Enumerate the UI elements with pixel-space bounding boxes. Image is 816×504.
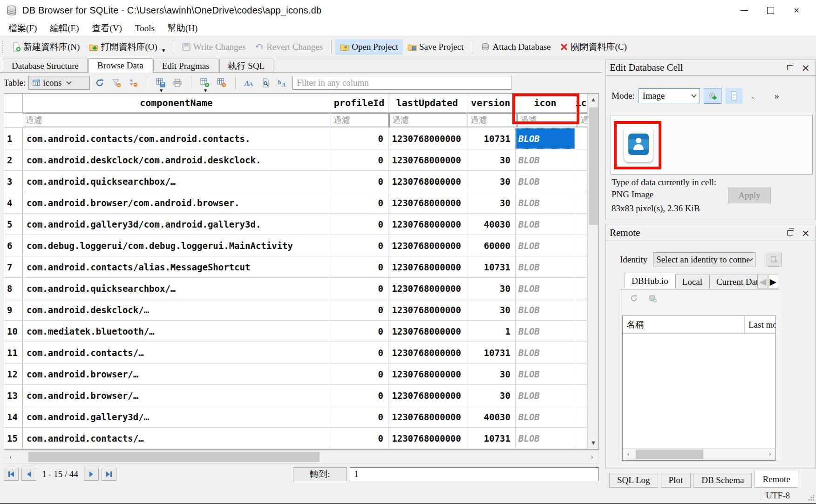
- previous-page-button[interactable]: [21, 468, 36, 481]
- refresh-button[interactable]: [93, 76, 107, 90]
- vertical-scrollbar-thumb[interactable]: [589, 108, 598, 225]
- remote-tab-current-database[interactable]: Current Dat: [709, 275, 758, 289]
- text-mode-button[interactable]: [725, 88, 743, 104]
- scroll-left-icon[interactable]: ‹: [4, 451, 17, 463]
- remote-horizontal-scrollbar[interactable]: ‹ ›: [623, 448, 775, 460]
- scroll-up-icon[interactable]: ▲: [588, 94, 599, 106]
- import-data-button[interactable]: [704, 88, 721, 104]
- cell-partial[interactable]: [575, 385, 587, 406]
- table-row[interactable]: 2com.android.deskclock/com.android.deskc…: [4, 149, 587, 171]
- cell-icon-blob[interactable]: BLOB: [516, 235, 575, 256]
- cell-componentname[interactable]: com.android.browser/…: [23, 363, 330, 385]
- remote-tab-dbhub[interactable]: DBHub.io: [625, 273, 675, 289]
- save-table-button[interactable]: ▼: [154, 76, 168, 90]
- cell-icon-blob[interactable]: BLOB: [516, 214, 575, 235]
- dock-tab-remote[interactable]: Remote: [755, 471, 798, 488]
- minimize-button[interactable]: [731, 1, 757, 20]
- cell-profileid[interactable]: 0: [330, 128, 388, 149]
- cell-componentname[interactable]: com.android.deskclock/…: [23, 299, 330, 321]
- clear-filters-button[interactable]: [109, 76, 123, 90]
- cell-version[interactable]: 1: [466, 321, 516, 342]
- table-row[interactable]: 1com.android.contacts/com.android.contac…: [4, 128, 587, 149]
- cell-icon-blob[interactable]: BLOB: [516, 192, 575, 214]
- maximize-button[interactable]: [757, 1, 783, 20]
- cell-version[interactable]: 30: [466, 299, 516, 321]
- cell-lastupdated[interactable]: 1230768000000: [388, 256, 466, 278]
- save-project-button[interactable]: Save Project: [403, 39, 469, 55]
- next-page-button[interactable]: [84, 468, 99, 481]
- table-row[interactable]: 8com.android.quicksearchbox/…01230768000…: [4, 278, 587, 299]
- attach-database-button[interactable]: Attach Database: [476, 39, 555, 55]
- remote-scrollbar-thumb[interactable]: [636, 450, 703, 459]
- cell-partial[interactable]: [575, 299, 587, 321]
- cell-version[interactable]: 10731: [466, 342, 516, 363]
- cell-partial[interactable]: [575, 128, 587, 149]
- filter-input-version[interactable]: 過濾: [468, 113, 517, 127]
- row-number[interactable]: 7: [4, 256, 23, 278]
- close-button[interactable]: ×: [783, 1, 809, 20]
- filter-input-profileId[interactable]: 過濾: [331, 113, 389, 127]
- word-wrap-button[interactable]: [747, 88, 764, 104]
- cell-version[interactable]: 10731: [466, 428, 516, 449]
- save-table-dropdown-caret[interactable]: ▼: [159, 88, 163, 93]
- menu-tools[interactable]: Tools: [129, 22, 160, 34]
- write-changes-button[interactable]: Write Changes: [177, 39, 251, 55]
- row-number[interactable]: 2: [4, 149, 23, 171]
- text-format-button[interactable]: bA: [276, 76, 290, 90]
- filter-input-componentName[interactable]: 過濾: [23, 113, 330, 127]
- table-row[interactable]: 10com.mediatek.bluetooth/…01230768000000…: [4, 321, 587, 342]
- cell-partial[interactable]: [575, 342, 587, 363]
- cell-componentname[interactable]: com.debug.loggerui/com.debug.loggerui.Ma…: [23, 235, 330, 256]
- cell-componentname[interactable]: com.android.contacts/…: [23, 342, 330, 363]
- encoding-indicator[interactable]: UTF-8: [761, 490, 795, 501]
- dock-tab-plot[interactable]: Plot: [661, 473, 691, 488]
- vertical-scrollbar[interactable]: ▲ ▼: [587, 94, 598, 449]
- tab-scroll-right-icon[interactable]: ▶: [768, 275, 778, 289]
- tab-database-structure[interactable]: Database Structure: [3, 59, 88, 72]
- cell-componentname[interactable]: com.android.gallery3d/com.android.galler…: [23, 214, 330, 235]
- insert-record-button[interactable]: ▼: [198, 76, 212, 90]
- close-database-button[interactable]: 關閉資料庫(C): [555, 38, 631, 56]
- cell-profileid[interactable]: 0: [330, 342, 388, 363]
- table-row[interactable]: 4com.android.browser/com.android.browser…: [4, 192, 587, 214]
- filter-input-icon[interactable]: 過濾: [517, 113, 577, 127]
- row-number[interactable]: 15: [4, 428, 23, 449]
- close-panel-icon[interactable]: ×: [802, 230, 810, 236]
- float-panel-icon[interactable]: [787, 230, 793, 235]
- print-button[interactable]: [170, 76, 184, 90]
- column-header-profileid[interactable]: profileId: [330, 94, 388, 112]
- table-row[interactable]: 5com.android.gallery3d/com.android.galle…: [4, 214, 587, 235]
- cell-partial[interactable]: [575, 256, 587, 278]
- font-format-button[interactable]: AA: [242, 76, 256, 90]
- cell-icon-blob[interactable]: BLOB: [516, 385, 575, 406]
- open-database-button[interactable]: 打開資料庫(O): [84, 38, 162, 56]
- menu-help[interactable]: 幫助(H): [162, 21, 203, 35]
- dock-tab-db-schema[interactable]: DB Schema: [694, 473, 752, 488]
- row-number[interactable]: 5: [4, 214, 23, 235]
- tab-scroll-left-icon[interactable]: ◀: [758, 275, 768, 289]
- clear-sort-button[interactable]: [126, 76, 140, 90]
- horizontal-scrollbar[interactable]: ‹ ›: [4, 450, 599, 464]
- row-number[interactable]: 12: [4, 363, 23, 385]
- table-row[interactable]: 15com.android.contacts/…0123076800000010…: [4, 428, 587, 449]
- cell-lastupdated[interactable]: 1230768000000: [388, 192, 466, 214]
- row-number[interactable]: 9: [4, 299, 23, 321]
- table-row[interactable]: 12com.android.browser/…0123076800000030B…: [4, 363, 587, 385]
- column-header-partial[interactable]: ic: [575, 94, 587, 112]
- cell-partial[interactable]: [575, 428, 587, 449]
- cell-lastupdated[interactable]: 1230768000000: [388, 321, 466, 342]
- remote-col-name[interactable]: 名稱: [623, 316, 745, 333]
- cell-profileid[interactable]: 0: [330, 321, 388, 342]
- cell-partial[interactable]: [575, 171, 587, 192]
- cell-profileid[interactable]: 0: [330, 299, 388, 321]
- cell-partial[interactable]: [575, 192, 587, 214]
- cell-icon-blob[interactable]: BLOB: [516, 321, 575, 342]
- table-row[interactable]: 13com.android.browser/…0123076800000030B…: [4, 385, 587, 406]
- cell-componentname[interactable]: com.android.gallery3d/…: [23, 406, 330, 428]
- cell-icon-blob[interactable]: BLOB: [516, 256, 575, 278]
- menu-file[interactable]: 檔案(F): [3, 21, 42, 35]
- cell-icon-blob[interactable]: BLOB: [516, 278, 575, 299]
- cell-version[interactable]: 40030: [466, 406, 516, 428]
- mode-select[interactable]: Image: [639, 88, 700, 103]
- table-row[interactable]: 6com.debug.loggerui/com.debug.loggerui.M…: [4, 235, 587, 256]
